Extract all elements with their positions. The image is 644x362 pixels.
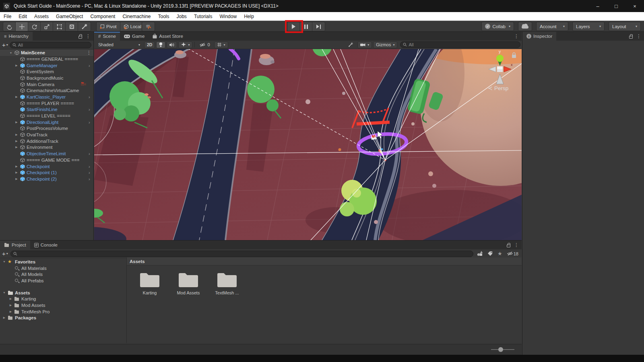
close-button[interactable]: × bbox=[625, 0, 644, 12]
scene-effects-dropdown[interactable]: ▾ bbox=[178, 41, 192, 48]
menu-item[interactable]: Tutorials bbox=[190, 12, 216, 21]
foldout-arrow-icon[interactable]: ▶ bbox=[14, 165, 19, 168]
shading-mode-dropdown[interactable]: Shaded▾ bbox=[95, 41, 143, 48]
hierarchy-search-input[interactable]: All bbox=[10, 42, 91, 48]
2d-toggle-button[interactable]: 2D bbox=[144, 41, 155, 48]
foldout-arrow-icon[interactable]: ▶ bbox=[14, 95, 19, 99]
hierarchy-item[interactable]: ▶ Main Camera › bbox=[0, 81, 93, 88]
hierarchy-item[interactable]: ▶ EventSystem › bbox=[0, 68, 93, 75]
project-tree-item[interactable]: ▶ Mod Assets bbox=[0, 302, 126, 309]
kebab-menu-icon[interactable]: ⋮ bbox=[514, 33, 519, 39]
tab-console[interactable]: Console bbox=[30, 241, 62, 249]
foldout-arrow-icon[interactable]: ▶ bbox=[14, 146, 19, 149]
prefab-open-chevron[interactable]: › bbox=[89, 151, 92, 156]
menu-item[interactable]: Assets bbox=[31, 12, 52, 21]
account-dropdown[interactable]: Account▾ bbox=[536, 22, 568, 31]
search-by-type-button[interactable] bbox=[476, 251, 484, 256]
favorites-filter-button[interactable]: ★ bbox=[496, 251, 504, 257]
pivot-toggle-button[interactable]: Pivot bbox=[97, 22, 120, 31]
rotate-tool-icon[interactable] bbox=[28, 22, 41, 31]
gizmos-dropdown[interactable]: Gizmos▾ bbox=[373, 41, 397, 48]
tab-game[interactable]: Game bbox=[120, 32, 149, 41]
tab-project[interactable]: Project bbox=[0, 241, 30, 249]
hierarchy-item[interactable]: ▶ ===== LEVEL ===== › bbox=[0, 113, 93, 119]
pause-button[interactable] bbox=[300, 22, 312, 31]
menu-item[interactable]: Component bbox=[87, 12, 119, 21]
project-tree-item[interactable]: ▼ Favorites bbox=[0, 259, 126, 265]
foldout-arrow-icon[interactable]: ▶ bbox=[9, 304, 12, 307]
prefab-open-chevron[interactable]: › bbox=[89, 164, 92, 169]
tab-inspector[interactable]: i Inspector bbox=[522, 32, 556, 41]
slider-knob[interactable] bbox=[498, 347, 503, 352]
scene-audio-icon[interactable] bbox=[167, 41, 177, 48]
foldout-arrow-icon[interactable]: ▼ bbox=[2, 291, 6, 294]
foldout-arrow-icon[interactable]: ▶ bbox=[9, 297, 12, 300]
rect-tool-icon[interactable] bbox=[53, 22, 66, 31]
hierarchy-item[interactable]: ▶ Checkpoint (2) › bbox=[0, 176, 93, 182]
menu-item[interactable]: Window bbox=[216, 12, 240, 21]
hierarchy-item[interactable]: ▶ ===== GENERAL ===== › bbox=[0, 56, 93, 62]
play-button[interactable] bbox=[287, 22, 300, 31]
custom-tool-icon[interactable] bbox=[78, 22, 91, 31]
menu-item[interactable]: Cinemachine bbox=[119, 12, 154, 21]
lock-icon[interactable] bbox=[629, 36, 633, 39]
prefab-open-chevron[interactable]: › bbox=[89, 170, 92, 175]
minimize-button[interactable]: – bbox=[588, 0, 607, 12]
prefab-open-chevron[interactable]: › bbox=[89, 63, 92, 68]
hierarchy-item[interactable]: ▶ ===== PLAYER ===== › bbox=[0, 100, 93, 107]
hierarchy-item[interactable]: ▶ ObjectiveTimeLimit › bbox=[0, 150, 93, 157]
menu-item[interactable]: Jobs bbox=[173, 12, 190, 21]
hierarchy-item[interactable]: ▶ DirectionalLight › bbox=[0, 119, 93, 125]
local-toggle-button[interactable]: Local bbox=[120, 22, 145, 31]
tab-asset-store[interactable]: Asset Store bbox=[149, 32, 187, 41]
menu-item[interactable]: Help bbox=[240, 12, 258, 21]
hierarchy-item[interactable]: ▶ PostProcessVolume › bbox=[0, 125, 93, 132]
scene-camera-dropdown[interactable]: ▾ bbox=[357, 41, 372, 48]
thumbnail-size-slider[interactable] bbox=[491, 349, 514, 350]
collab-dropdown[interactable]: ✓ Collab ▾ bbox=[481, 22, 514, 31]
move-tool-icon[interactable] bbox=[16, 22, 28, 31]
kebab-menu-icon[interactable]: ⋮ bbox=[87, 50, 91, 56]
hidden-count-toggle[interactable]: 18 bbox=[506, 251, 520, 256]
menu-item[interactable]: Tools bbox=[155, 12, 173, 21]
scene-viewport[interactable]: y x ≺ Persp bbox=[94, 49, 522, 240]
prefab-open-chevron[interactable]: › bbox=[89, 107, 92, 112]
hierarchy-item[interactable]: ▶ Environment › bbox=[0, 144, 93, 151]
project-tree-item[interactable]: ▶ Packages bbox=[0, 315, 126, 321]
search-by-label-button[interactable] bbox=[486, 251, 494, 256]
prefab-open-chevron[interactable]: › bbox=[89, 95, 92, 99]
project-tree-item[interactable]: All Materials bbox=[0, 265, 126, 272]
cloud-button[interactable] bbox=[518, 22, 532, 31]
hierarchy-item[interactable]: ▶ ===== GAME MODE ===== › bbox=[0, 157, 93, 163]
scale-tool-icon[interactable] bbox=[41, 22, 53, 31]
step-button[interactable] bbox=[312, 22, 325, 31]
foldout-arrow-icon[interactable]: ▼ bbox=[2, 260, 6, 263]
foldout-arrow-icon[interactable]: ▶ bbox=[14, 121, 19, 124]
scene-lighting-icon[interactable] bbox=[156, 41, 165, 48]
foldout-arrow-icon[interactable]: ▶ bbox=[2, 316, 6, 319]
hierarchy-item[interactable]: ▶ CinemachineVirtualCamera › bbox=[0, 87, 93, 94]
create-asset-button[interactable]: +▾ bbox=[2, 251, 8, 257]
hierarchy-item[interactable]: ▶ BackgroundMusic › bbox=[0, 75, 93, 81]
foldout-arrow-icon[interactable]: ▼ bbox=[9, 51, 13, 54]
kebab-menu-icon[interactable]: ⋮ bbox=[86, 33, 91, 39]
foldout-arrow-icon[interactable]: ▶ bbox=[14, 171, 19, 174]
hand-tool-icon[interactable] bbox=[3, 22, 16, 31]
hierarchy-item[interactable]: ▶ GameManager › bbox=[0, 62, 93, 69]
foldout-arrow-icon[interactable]: ▶ bbox=[14, 64, 19, 67]
grid-snap-icon[interactable] bbox=[142, 22, 155, 31]
foldout-arrow-icon[interactable]: ▶ bbox=[9, 310, 12, 313]
hierarchy-item[interactable]: ▶ KartClassic_Player › bbox=[0, 94, 93, 100]
tab-scene[interactable]: # Scene bbox=[94, 32, 120, 41]
layers-dropdown[interactable]: Layers▾ bbox=[572, 22, 605, 31]
foldout-arrow-icon[interactable]: ▶ bbox=[14, 177, 19, 181]
prefab-open-chevron[interactable]: › bbox=[89, 177, 92, 181]
hierarchy-item[interactable]: ▶ Checkpoint (1) › bbox=[0, 169, 93, 176]
hierarchy-item[interactable]: ▶ OvalTrack › bbox=[0, 132, 93, 138]
maximize-button[interactable]: □ bbox=[607, 0, 625, 12]
asset-folder[interactable]: TextMesh ... bbox=[212, 271, 242, 343]
create-gameobject-button[interactable]: +▾ bbox=[2, 42, 8, 48]
hierarchy-item[interactable]: ▶ Checkpoint › bbox=[0, 163, 93, 170]
menu-item[interactable]: GameObject bbox=[52, 12, 87, 21]
hierarchy-item[interactable]: ▶ StartFinishLine › bbox=[0, 107, 93, 113]
